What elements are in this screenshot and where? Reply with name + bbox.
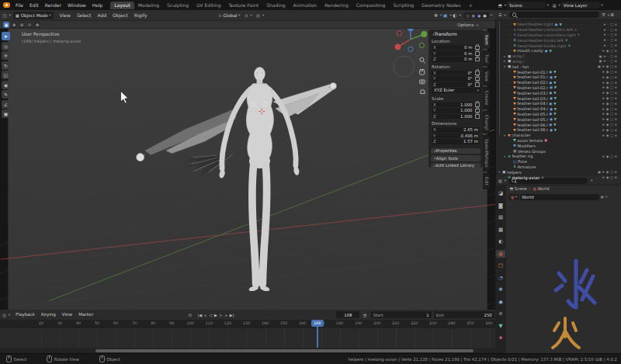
outliner-row[interactable]: ·▼feather-tail-01.l●▼➤◉□⊚ [497,69,619,75]
select-mode-subtract-icon[interactable]: ⊟ [19,22,25,28]
outliner-row[interactable]: ·∿head-feather-controllers.left∿➤–□⊚ [497,27,619,33]
world-name-field[interactable]: World [520,194,599,200]
transform-scale-y[interactable]: Y1.000 [432,108,480,113]
breadcrumb-world[interactable]: World [537,186,549,191]
outliner-row[interactable]: ·✱Modifiers [497,143,619,148]
outliner-search-input[interactable] [509,12,599,18]
render-disable-icon[interactable]: ⊚ [614,112,617,116]
eye-open-icon[interactable]: ◉ [606,107,609,111]
timeline-menu-playback[interactable]: Playback [12,310,38,320]
panel-properties[interactable]: ▸Properties [431,148,480,154]
object-name[interactable]: feather-tail-03.r [517,96,548,101]
lock-icon[interactable] [475,71,480,75]
selectable-icon[interactable]: ➤ [602,49,605,53]
gizmo-y-axis[interactable] [421,31,427,37]
playhead[interactable]: 168 [311,320,324,348]
timeline-menu-view[interactable]: View [59,310,75,320]
viewport-disable-icon[interactable]: □ [610,54,613,58]
selectable-icon[interactable]: ➤ [602,107,605,111]
eye-closed-icon[interactable]: – [607,23,609,26]
workspace-tab-texture-paint[interactable]: Texture Paint [224,2,262,9]
object-name[interactable]: mouth cavity [517,48,543,53]
sidebar-tab-chang[interactable]: Chang! [483,111,490,134]
timeline-ruler[interactable]: 2030405060708090100110120130140150160170… [0,320,495,328]
sidebar-tab-speedretopo[interactable]: SpeedRetopo [483,135,490,172]
outliner-row[interactable]: ·▼feather-tail-01.r●▼➤◉□⊚ [497,75,619,80]
selectable-icon[interactable]: ➤ [602,75,605,79]
render-disable-icon[interactable]: ⊚ [614,70,617,74]
outliner-row[interactable]: ·▼feather-tail-03.r●▼➤◉□⊚ [497,95,619,101]
eye-open-icon[interactable]: ◉ [606,64,609,68]
transform-scale-z[interactable]: Z1.000 [432,114,480,120]
properties-tab-world[interactable]: ◍ [496,250,505,258]
object-name[interactable]: head-feather-controllers.right [518,33,576,37]
eye-closed-icon[interactable]: – [607,59,609,63]
timeline-menu-marker[interactable]: Marker [75,310,96,320]
eye-open-icon[interactable]: ◉ [606,112,609,116]
viewport-disable-icon[interactable]: □ [610,75,613,79]
menu-window[interactable]: Window [64,0,89,10]
current-frame-field[interactable]: 168 [336,311,359,318]
viewport-disable-icon[interactable]: □ [610,49,613,53]
outliner-row[interactable]: ▾▣helpers▣➤◉□⊚ [497,169,619,175]
world-browse-button[interactable]: ◍▾ [508,194,519,200]
outliner-row[interactable]: ·∿head-feather-controllers.right∿➤–□⊚ [497,33,619,38]
add-workspace-button[interactable]: + [465,2,477,9]
render-disable-icon[interactable]: ⊚ [614,85,617,89]
viewport-disable-icon[interactable]: □ [610,70,613,74]
eye-closed-icon[interactable]: – [607,54,609,58]
options-button[interactable]: Options ▾ [457,23,478,27]
viewport-disable-icon[interactable]: □ [610,91,613,95]
cursor-tool[interactable]: ◎ [2,42,10,50]
selectable-icon[interactable]: ➤ [602,128,605,132]
object-name[interactable]: head-feather-controllers.left [518,27,573,32]
viewport-disable-icon[interactable]: □ [610,133,613,137]
object-name[interactable]: feather-tail-06.r [517,127,548,132]
object-name[interactable]: Modifiers [518,144,536,148]
outliner-row[interactable]: ▸▣wing.r▣➤–□⊚ [497,59,619,64]
render-disable-icon[interactable]: ⊚ [614,59,617,63]
shading-solid-icon[interactable]: ◍ [472,13,475,18]
viewport-disable-icon[interactable]: □ [610,107,613,111]
object-name[interactable]: Vertex Groups [518,149,546,154]
outliner-row[interactable]: ·▼feather-tail-02.r●▼➤◉□⊚ [497,85,619,91]
auto-keying-icon[interactable]: ⊙ [188,313,192,317]
lock-icon[interactable] [475,114,480,119]
timeline-tracks[interactable] [0,328,495,348]
eye-open-icon[interactable]: ◉ [606,70,609,74]
render-disable-icon[interactable]: ⊚ [614,23,617,26]
snap-magnet-icon[interactable]: ∪ [245,12,248,18]
sidebar-tab-create[interactable]: Create [483,87,490,109]
transform-rotation-y[interactable]: Y0° [432,76,480,81]
viewport-disable-icon[interactable]: □ [610,154,613,158]
stopwatch-icon[interactable]: ◔ [363,313,366,317]
transform-tool[interactable]: ◉ [2,81,10,89]
object-name[interactable]: character [512,133,530,137]
object-name[interactable]: feather-tail-02.r [517,85,548,90]
workspace-tab-modeling[interactable]: Modeling [134,2,163,9]
show-gizmo-icon[interactable]: ✥ [434,12,438,18]
xray-toggle-icon[interactable]: ◐ [453,12,456,18]
render-disable-icon[interactable]: ⊚ [614,175,617,179]
start-frame-field[interactable]: Start1 [371,311,432,318]
transform-scale-x[interactable]: X1.000 [432,102,480,108]
object-name[interactable]: feather-tail-01.l [517,70,547,75]
workspace-tab-layout[interactable]: Layout [110,2,134,9]
render-disable-icon[interactable]: ⊚ [614,81,617,85]
viewport-disable-icon[interactable]: □ [610,96,613,100]
render-disable-icon[interactable]: ⊚ [614,91,617,95]
outliner-row[interactable]: ·▼feather-tail-05.l●▼➤◉□⊚ [497,112,619,117]
menu-edit[interactable]: Edit [26,0,42,10]
exclude-checkbox-icon[interactable]: ▣ [599,54,602,58]
selectable-icon[interactable]: ➤ [603,33,606,36]
object-name[interactable]: Armature [518,165,536,169]
outliner-row[interactable]: ·▼feather-tail-06.l●▼➤◉□⊚ [497,122,619,127]
render-disable-icon[interactable]: ⊚ [614,43,617,47]
outliner-row[interactable]: ·▼feather-tail-02.l●▼➤◉□⊚ [497,80,619,85]
outliner-row[interactable]: ▾▣tail - fan▣➤◉□⊚ [497,64,619,69]
render-disable-icon[interactable]: ⊚ [614,96,617,100]
properties-tab-particles[interactable]: ✱ [496,286,505,293]
eye-open-icon[interactable]: ◉ [606,49,609,53]
render-disable-icon[interactable]: ⊚ [614,38,617,42]
object-name[interactable]: feather-tail-04.r [517,106,548,111]
